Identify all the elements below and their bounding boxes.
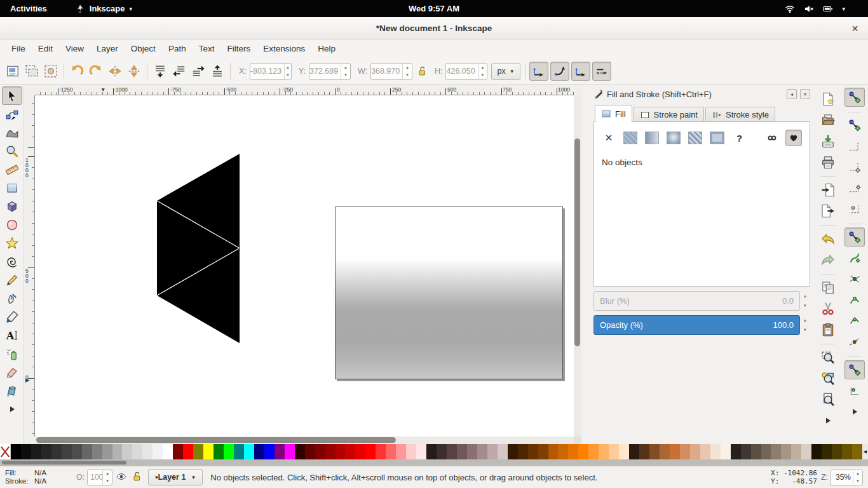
palette-swatch[interactable] <box>832 444 842 459</box>
box3d-tool[interactable] <box>2 197 22 215</box>
units-dropdown[interactable]: px ▼ <box>491 63 520 80</box>
palette-swatch[interactable] <box>771 444 781 459</box>
layer-visibility-toggle[interactable] <box>116 471 128 483</box>
palette-swatch[interactable] <box>639 444 649 459</box>
affect-pattern-toggle[interactable] <box>592 62 611 81</box>
paint-pattern-button[interactable] <box>688 132 702 144</box>
palette-swatch[interactable] <box>264 444 275 459</box>
palette-swatch[interactable] <box>487 444 498 459</box>
battery-icon[interactable] <box>823 4 833 14</box>
palette-swatch[interactable] <box>355 444 365 459</box>
cut-button[interactable] <box>818 299 838 318</box>
palette-scrollbar[interactable] <box>0 459 868 466</box>
paint-radial-gradient-button[interactable] <box>667 132 681 144</box>
palette-swatch[interactable] <box>142 444 153 459</box>
palette-swatch[interactable] <box>244 444 254 459</box>
x-field[interactable]: -803.123 ▲▼ <box>250 63 292 80</box>
zoom-drawing-button[interactable] <box>818 369 838 388</box>
ellipse-tool[interactable] <box>2 215 22 234</box>
palette-swatch[interactable] <box>21 444 31 459</box>
palette-swatch[interactable] <box>153 444 163 459</box>
menu-filters[interactable]: Filters <box>220 39 257 58</box>
palette-swatch[interactable] <box>193 444 203 459</box>
zoom-field[interactable]: 35% ▲▼ <box>830 470 863 485</box>
snap-cusp-node-toggle[interactable] <box>844 290 865 309</box>
spray-tool[interactable] <box>2 344 22 363</box>
palette-swatch[interactable] <box>416 444 426 459</box>
palette-swatch[interactable] <box>406 444 416 459</box>
fill-stroke-indicator[interactable]: Fill: N/A Stroke: N/A <box>5 469 60 486</box>
horizontal-scrollbar-thumb[interactable] <box>36 437 396 443</box>
vertical-scrollbar-thumb[interactable] <box>574 139 580 346</box>
palette-swatch[interactable] <box>629 444 639 459</box>
paint-linear-gradient-button[interactable] <box>645 132 659 144</box>
palette-swatch[interactable] <box>710 444 721 459</box>
palette-swatch[interactable] <box>51 444 62 459</box>
palette-swatch[interactable] <box>690 444 700 459</box>
palette-swatch-none[interactable] <box>0 444 11 459</box>
palette-swatch[interactable] <box>173 444 183 459</box>
fill-rule-evenodd-button[interactable] <box>764 130 780 146</box>
palette-swatch[interactable] <box>305 444 315 459</box>
menu-text[interactable]: Text <box>193 39 221 58</box>
palette-swatch[interactable] <box>811 444 822 459</box>
palette-swatch[interactable] <box>437 444 447 459</box>
lock-ratio-button[interactable] <box>414 62 430 81</box>
app-menu[interactable]: Inkscape ▾ <box>75 4 132 14</box>
palette-swatch[interactable] <box>345 444 355 459</box>
w-field[interactable]: 368.970 ▲▼ <box>370 63 412 80</box>
snap-enable-toggle[interactable] <box>844 88 865 107</box>
snap-bbox-toggle[interactable] <box>844 116 865 135</box>
palette-scroll-arrow[interactable]: ◀ <box>862 444 868 459</box>
lower-button[interactable] <box>170 62 189 81</box>
palette-swatch[interactable] <box>528 444 538 459</box>
affect-stroke-toggle[interactable] <box>529 62 548 81</box>
palette-swatch[interactable] <box>254 444 264 459</box>
tab-fill[interactable]: Fill <box>595 105 632 122</box>
dialog-close-button[interactable]: ✕ <box>800 89 810 99</box>
bucket-tool[interactable] <box>2 381 22 400</box>
dialog-restore-button[interactable]: ◂ <box>787 89 797 99</box>
menu-object[interactable]: Object <box>125 39 162 58</box>
opacity-slider[interactable]: Opacity (%) 100.0 <box>593 315 800 335</box>
palette-swatch[interactable] <box>801 444 811 459</box>
paint-flat-button[interactable] <box>623 132 637 144</box>
pen-tool[interactable] <box>2 289 22 308</box>
paste-button[interactable] <box>818 320 838 339</box>
system-menu-chevron-icon[interactable]: ▾ <box>842 6 845 12</box>
menu-view[interactable]: View <box>59 39 90 58</box>
palette-swatch[interactable] <box>731 444 741 459</box>
tab-stroke-paint[interactable]: Stroke paint <box>634 107 704 122</box>
snap-others-toggle[interactable] <box>844 360 865 379</box>
layer-lock-toggle[interactable] <box>132 471 143 483</box>
tweak-tool[interactable] <box>2 123 22 142</box>
h-field[interactable]: 426.050 ▲▼ <box>445 63 487 80</box>
text-tool[interactable]: A <box>2 326 22 344</box>
palette-swatch[interactable] <box>578 444 588 459</box>
x-field-spinner[interactable]: ▲▼ <box>284 64 291 79</box>
palette-swatch[interactable] <box>721 444 731 459</box>
wifi-icon[interactable] <box>785 4 795 14</box>
snap-smooth-node-toggle[interactable] <box>844 311 865 330</box>
zoom-selection-button[interactable] <box>818 348 838 367</box>
snap-bar-expander[interactable] <box>844 402 865 421</box>
flip-horizontal-button[interactable] <box>105 62 125 81</box>
volume-muted-icon[interactable] <box>804 4 814 14</box>
paint-swatch-button[interactable] <box>710 132 724 144</box>
palette-swatch[interactable] <box>132 444 142 459</box>
palette-swatch[interactable] <box>102 444 112 459</box>
print-button[interactable] <box>818 152 838 172</box>
vertical-scrollbar[interactable] <box>574 95 581 437</box>
palette-swatch[interactable] <box>203 444 214 459</box>
selector-tool[interactable] <box>2 86 22 105</box>
affect-gradient-toggle[interactable] <box>571 62 590 81</box>
w-field-spinner[interactable]: ▲▼ <box>402 64 412 79</box>
palette-swatch[interactable] <box>660 444 670 459</box>
fill-rule-nonzero-button[interactable] <box>785 130 802 146</box>
palette-swatch[interactable] <box>376 444 386 459</box>
palette-swatch[interactable] <box>467 444 477 459</box>
y-field[interactable]: 372.689 ▲▼ <box>309 63 351 80</box>
palette-swatch[interactable] <box>568 444 578 459</box>
pencil-tool[interactable] <box>2 271 22 289</box>
palette-scrollbar-thumb[interactable] <box>2 461 126 464</box>
